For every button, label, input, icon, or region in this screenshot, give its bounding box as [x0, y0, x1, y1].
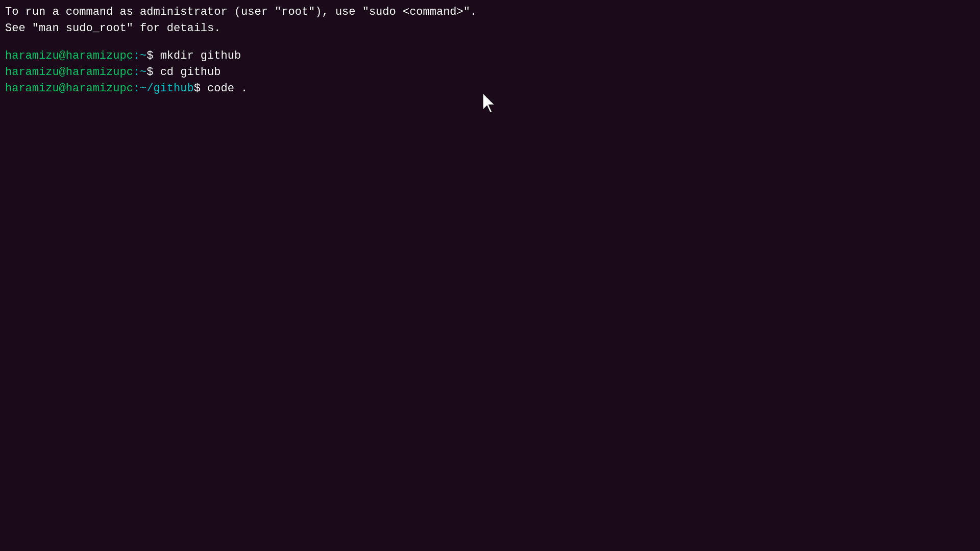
mouse-cursor	[481, 92, 501, 118]
prompt-command-2: cd github	[160, 64, 221, 81]
info-line-1: To run a command as administrator (user …	[5, 4, 975, 20]
svg-marker-0	[483, 93, 494, 113]
prompt-command-3: code .	[207, 81, 248, 97]
terminal-window[interactable]: To run a command as administrator (user …	[0, 0, 980, 551]
prompt-user-1: haramizu@haramizupc	[5, 48, 133, 64]
prompt-user-3: haramizu@haramizupc	[5, 81, 133, 97]
command-line-2: haramizu@haramizupc:~$ cd github	[5, 64, 975, 81]
prompt-path-3: :~/github	[133, 81, 194, 97]
prompt-user-2: haramizu@haramizupc	[5, 64, 133, 81]
blank-line	[5, 37, 975, 48]
prompt-dollar-2: $	[146, 64, 160, 81]
info-line-2: See "man sudo_root" for details.	[5, 20, 975, 37]
prompt-dollar-1: $	[146, 48, 160, 64]
prompt-path-1: :~	[133, 48, 146, 64]
prompt-path-2: :~	[133, 64, 146, 81]
prompt-dollar-3: $	[194, 81, 207, 97]
command-line-1: haramizu@haramizupc:~$ mkdir github	[5, 48, 975, 64]
prompt-command-1: mkdir github	[160, 48, 241, 64]
